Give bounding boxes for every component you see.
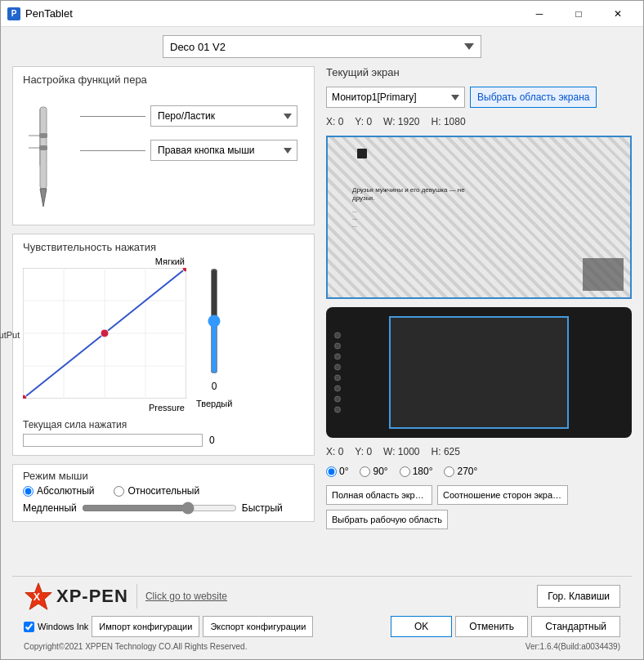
screen-y-label: Y: 0 bbox=[355, 116, 372, 127]
rotation-row: 0° 90° 180° 270° bbox=[326, 466, 632, 477]
rotation-90-label: 90° bbox=[373, 466, 387, 477]
xppen-brand-text: XP-PEN bbox=[56, 586, 128, 607]
footer-section: X XP-PEN Click go to website Гор. Клавиш… bbox=[12, 576, 632, 651]
maximize-button[interactable]: □ bbox=[560, 1, 597, 27]
pen-line-top bbox=[80, 116, 145, 117]
pressure-bottom: Текущая сила нажатия 0 bbox=[23, 419, 304, 447]
tablet-x: 0 bbox=[338, 446, 344, 457]
xppen-logo-star: X bbox=[24, 582, 53, 611]
pressure-graph-container: OutPut bbox=[23, 268, 186, 401]
rotation-0-input[interactable] bbox=[326, 466, 337, 477]
ok-button[interactable]: OK bbox=[391, 616, 452, 637]
fast-label: Быстрый bbox=[242, 502, 283, 514]
pressure-bar-wrap: 0 bbox=[23, 434, 304, 447]
minimize-button[interactable]: ─ bbox=[521, 1, 558, 27]
screen-preview: Друзья мужчины и его девушка — не друзья… bbox=[326, 136, 632, 299]
two-columns: Настройка функций пера bbox=[12, 66, 632, 571]
screen-h: 1080 bbox=[444, 116, 466, 127]
tablet-btn-7 bbox=[334, 396, 341, 403]
copyright-row: Copyright©2021 XPPEN Technology CO.All R… bbox=[24, 640, 620, 651]
rotation-0-label: 0° bbox=[339, 466, 348, 477]
rotation-0[interactable]: 0° bbox=[326, 466, 348, 477]
rotation-180[interactable]: 180° bbox=[400, 466, 433, 477]
current-pressure-label: Текущая сила нажатия bbox=[23, 419, 304, 430]
relative-radio[interactable]: Относительный bbox=[114, 485, 199, 497]
right-panel: Текущий экран Монитор1[Primary] Выбрать … bbox=[326, 66, 632, 571]
device-select[interactable]: Deco 01 V2 bbox=[163, 35, 481, 58]
copyright-text: Copyright©2021 XPPEN Technology CO.All R… bbox=[24, 642, 247, 651]
pressure-slider[interactable] bbox=[204, 268, 224, 374]
windows-ink-label[interactable]: Windows Ink bbox=[24, 622, 88, 632]
rotation-270-input[interactable] bbox=[444, 466, 454, 477]
xppen-divider bbox=[136, 584, 137, 609]
pen-svg bbox=[29, 100, 58, 215]
screen-preview-inner: Друзья мужчины и его девушка — не друзья… bbox=[328, 137, 630, 297]
rotation-90[interactable]: 90° bbox=[360, 466, 387, 477]
tablet-btn-1 bbox=[334, 332, 341, 339]
pressure-slider-wrap: 0 Твердый bbox=[196, 256, 232, 408]
absolute-label: Абсолютный bbox=[37, 485, 94, 497]
work-area-button[interactable]: Выбрать рабочую область bbox=[326, 510, 448, 529]
title-bar: P PenTablet ─ □ ✕ bbox=[1, 1, 643, 27]
rotation-270[interactable]: 270° bbox=[444, 466, 477, 477]
rotation-90-input[interactable] bbox=[360, 466, 370, 477]
tablet-btn-4 bbox=[334, 364, 341, 371]
export-config-button[interactable]: Экспорт конфигурации bbox=[203, 616, 313, 637]
pen-illustration: Перо/Ластик Правая кнопка мыши bbox=[23, 92, 304, 215]
screen-x-label: X: 0 bbox=[326, 116, 343, 127]
tablet-btn-5 bbox=[334, 375, 341, 381]
screen-y: 0 bbox=[366, 116, 372, 127]
pressure-bar bbox=[23, 434, 203, 447]
pressure-soft-label: Мягкий bbox=[23, 256, 186, 266]
app-icon: P bbox=[7, 7, 20, 20]
main-content: Deco 01 V2 Настройка функций пера bbox=[1, 27, 643, 659]
hard-label: Твердый bbox=[196, 399, 232, 408]
rotation-180-label: 180° bbox=[413, 466, 433, 477]
current-screen-label: Текущий экран bbox=[326, 66, 632, 78]
ratio-button[interactable]: Соотношение сторон экрана bbox=[437, 485, 568, 505]
xppen-website-link[interactable]: Click go to website bbox=[145, 591, 227, 602]
relative-radio-input[interactable] bbox=[114, 486, 124, 497]
rotation-180-input[interactable] bbox=[400, 466, 410, 477]
slider-value: 0 bbox=[212, 381, 217, 392]
tablet-btn-2 bbox=[334, 343, 341, 350]
tablet-h-label: H: 625 bbox=[432, 446, 460, 457]
current-screen-header: Монитор1[Primary] Выбрать область экрана bbox=[326, 87, 632, 108]
monitor-select[interactable]: Монитор1[Primary] bbox=[326, 87, 465, 108]
title-controls: ─ □ ✕ bbox=[521, 1, 637, 27]
output-label: OutPut bbox=[0, 330, 20, 340]
import-config-button[interactable]: Импорт конфигурации bbox=[92, 616, 199, 637]
radio-row: Абсолютный Относительный bbox=[23, 485, 304, 497]
pressure-axis-bottom: Pressure bbox=[23, 403, 186, 412]
hotkeys-button[interactable]: Гор. Клавиши bbox=[537, 585, 620, 608]
default-button[interactable]: Стандартный bbox=[531, 616, 620, 637]
pen-bottom-dropdown[interactable]: Правая кнопка мыши bbox=[150, 140, 297, 161]
tablet-buttons-left bbox=[334, 332, 341, 413]
screen-h-label: H: 1080 bbox=[432, 116, 466, 127]
tablet-w: 1000 bbox=[398, 446, 420, 457]
left-panel: Настройка функций пера bbox=[12, 66, 315, 571]
pen-image bbox=[23, 100, 64, 215]
cancel-button[interactable]: Отменить bbox=[455, 616, 528, 637]
pen-settings-section: Настройка функций пера bbox=[12, 66, 315, 225]
svg-rect-4 bbox=[39, 145, 47, 150]
speed-slider[interactable] bbox=[82, 502, 237, 515]
absolute-radio-input[interactable] bbox=[23, 486, 34, 497]
windows-ink-checkbox[interactable] bbox=[24, 622, 34, 632]
pen-top-dropdown[interactable]: Перо/Ластик bbox=[150, 105, 297, 127]
absolute-radio[interactable]: Абсолютный bbox=[23, 485, 94, 497]
mouse-mode-label: Режим мыши bbox=[23, 470, 304, 482]
screen-x: 0 bbox=[338, 116, 344, 127]
select-area-button[interactable]: Выбрать область экрана bbox=[470, 87, 597, 108]
svg-text:X: X bbox=[34, 591, 41, 603]
pressure-inner: Мягкий OutPut bbox=[23, 256, 304, 412]
relative-label: Относительный bbox=[127, 485, 199, 497]
svg-rect-3 bbox=[39, 133, 47, 138]
pressure-graph-wrap: Мягкий OutPut bbox=[23, 256, 186, 412]
close-button[interactable]: ✕ bbox=[599, 1, 637, 27]
full-area-button[interactable]: Полная область экрана bbox=[326, 485, 432, 505]
tablet-btn-3 bbox=[334, 354, 341, 360]
version-text: Ver:1.6.4(Build:a0034439) bbox=[525, 642, 620, 651]
tablet-x-label: X: 0 bbox=[326, 446, 343, 457]
xppen-row: X XP-PEN Click go to website Гор. Клавиш… bbox=[24, 582, 620, 611]
